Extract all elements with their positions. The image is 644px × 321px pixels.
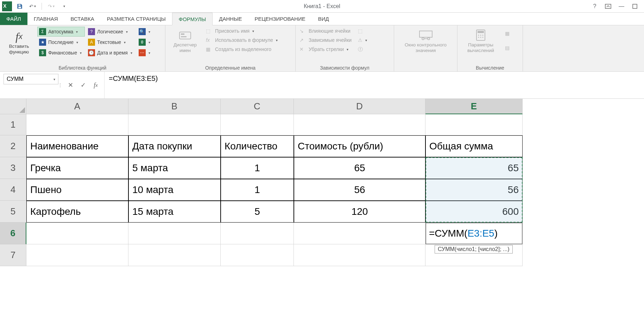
define-name-button[interactable]: ⬚ Присвоить имя▾ <box>204 27 281 35</box>
cell-a7[interactable] <box>26 244 128 266</box>
tab-formulas[interactable]: ФОРМУЛЫ <box>172 13 213 25</box>
remove-arrows-button[interactable]: ✕ Убрать стрелки▾ <box>298 45 355 53</box>
cell-b1[interactable] <box>128 114 221 135</box>
cell-c4[interactable]: 1 <box>221 179 294 201</box>
tab-home[interactable]: ГЛАВНАЯ <box>27 12 64 25</box>
cell-d4[interactable]: 56 <box>294 179 425 201</box>
calculate-now-button[interactable]: ▦ <box>503 29 513 38</box>
cell-d7[interactable] <box>294 244 425 266</box>
cell-a1[interactable] <box>26 114 128 135</box>
cell-b3[interactable]: 5 марта <box>128 157 221 179</box>
cell-b2[interactable]: Дата покупки <box>128 135 221 157</box>
cell-a4[interactable]: Пшено <box>26 179 128 201</box>
accept-formula-button[interactable]: ✓ <box>79 81 87 89</box>
watch-window-button[interactable]: Окно контрольного значения <box>396 27 455 54</box>
cell-c2[interactable]: Количество <box>221 135 294 157</box>
svg-point-7 <box>428 38 430 40</box>
tab-file[interactable]: ФАЙЛ <box>0 12 27 25</box>
cell-c3[interactable]: 1 <box>221 157 294 179</box>
cell-d6[interactable] <box>294 223 425 244</box>
cell-a5[interactable]: Картофель <box>26 201 128 223</box>
math-button[interactable]: θ▾ <box>137 37 153 47</box>
minimize-button[interactable]: — <box>617 2 626 11</box>
row-header-6[interactable]: 6 <box>0 223 26 244</box>
autosum-button[interactable]: Σ Автосумма▾ <box>37 27 85 37</box>
cell-a3[interactable]: Гречка <box>26 157 128 179</box>
create-from-selection-button[interactable]: ▦ Создать из выделенного <box>204 45 281 53</box>
tab-insert[interactable]: ВСТАВКА <box>64 12 101 25</box>
tab-view[interactable]: ВИД <box>312 12 335 25</box>
create-icon: ▦ <box>206 46 213 52</box>
error-check-button[interactable]: ⚠▾ <box>356 36 370 44</box>
maximize-button[interactable] <box>631 2 639 11</box>
remove-arrows-label: Убрать стрелки <box>309 46 344 52</box>
cell-c1[interactable] <box>221 114 294 135</box>
recent-label: Последние <box>48 39 74 45</box>
cell-d5[interactable]: 120 <box>294 201 425 223</box>
calculation-options-button[interactable]: Параметры вычислений <box>460 27 502 54</box>
cell-c5[interactable]: 5 <box>221 201 294 223</box>
tab-data[interactable]: ДАННЫЕ <box>213 12 248 25</box>
row-header-7[interactable]: 7 <box>0 244 26 266</box>
svg-point-11 <box>478 35 479 36</box>
row-header-1[interactable]: 1 <box>0 114 26 135</box>
undo-button[interactable]: ↶▾ <box>27 1 37 11</box>
save-button[interactable] <box>15 1 25 11</box>
logical-button[interactable]: ? Логические▾ <box>86 27 135 37</box>
select-all-corner[interactable] <box>0 99 26 114</box>
tab-pagelayout[interactable]: РАЗМЕТКА СТРАНИЦЫ <box>101 12 172 25</box>
trace-precedents-button[interactable]: ↘ Влияющие ячейки <box>298 27 355 35</box>
trace-dependents-button[interactable]: ↗ Зависимые ячейки <box>298 36 355 44</box>
insert-function-label: Вставить функцию <box>3 44 35 54</box>
svg-point-14 <box>478 37 479 38</box>
cell-e4[interactable]: 56 <box>425 179 523 201</box>
formula-input[interactable]: =СУММ(E3:E5) <box>104 72 644 98</box>
more-functions-button[interactable]: ⋯▾ <box>137 48 153 58</box>
row-header-3[interactable]: 3 <box>0 157 26 179</box>
qat-customize-button[interactable]: ▾ <box>59 1 69 11</box>
evaluate-formula-button[interactable]: ⓕ <box>356 45 370 54</box>
cell-e3[interactable]: 65 <box>425 157 523 179</box>
ribbon-display-button[interactable] <box>604 2 612 11</box>
name-box[interactable]: СУММ ▾ <box>4 74 58 84</box>
active-edit-cell[interactable]: =СУММ(E3:E5) <box>425 223 523 244</box>
cell-b6[interactable] <box>128 223 221 244</box>
column-header-d[interactable]: D <box>294 99 425 114</box>
row-header-4[interactable]: 4 <box>0 179 26 201</box>
cell-b4[interactable]: 10 марта <box>128 179 221 201</box>
cell-a6[interactable] <box>26 223 128 244</box>
text-button[interactable]: A Текстовые▾ <box>86 37 135 47</box>
cell-d2[interactable]: Стоимость (рубли) <box>294 135 425 157</box>
column-header-e[interactable]: E <box>425 99 523 114</box>
insert-function-button[interactable]: fx Вставить функцию <box>2 27 36 58</box>
show-formulas-button[interactable]: ⬚ <box>356 27 370 35</box>
fx-button[interactable]: fx <box>91 81 100 89</box>
name-manager-button[interactable]: Диспетчер имен <box>168 27 203 54</box>
quick-access-toolbar: ↶▾ ↷▾ ▾ <box>0 1 69 11</box>
column-header-b[interactable]: B <box>128 99 221 114</box>
row-header-5[interactable]: 5 <box>0 201 26 223</box>
column-header-a[interactable]: A <box>26 99 128 114</box>
cell-d3[interactable]: 65 <box>294 157 425 179</box>
cell-c6[interactable] <box>221 223 294 244</box>
help-button[interactable]: ? <box>591 2 599 11</box>
financial-button[interactable]: $ Финансовые▾ <box>37 48 85 58</box>
cancel-formula-button[interactable]: ✕ <box>66 81 75 89</box>
use-in-formula-button[interactable]: fx Использовать в формуле▾ <box>204 36 281 44</box>
cell-d1[interactable] <box>294 114 425 135</box>
row-header-2[interactable]: 2 <box>0 135 26 157</box>
column-header-c[interactable]: C <box>221 99 294 114</box>
cell-e2[interactable]: Общая сумма <box>425 135 523 157</box>
cell-a2[interactable]: Наименование <box>26 135 128 157</box>
lookup-button[interactable]: 🔍▾ <box>137 27 153 37</box>
tab-review[interactable]: РЕЦЕНЗИРОВАНИЕ <box>248 12 311 25</box>
cell-b7[interactable] <box>128 244 221 266</box>
cell-e5[interactable]: 600 <box>425 201 523 223</box>
datetime-button[interactable]: 🕒 Дата и время▾ <box>86 48 135 58</box>
cell-e1[interactable] <box>425 114 523 135</box>
cell-b5[interactable]: 15 марта <box>128 201 221 223</box>
recent-functions-button[interactable]: ★ Последние▾ <box>37 37 85 47</box>
cell-c7[interactable] <box>221 244 294 266</box>
calculate-sheet-button[interactable]: ▤ <box>503 44 513 52</box>
financial-icon: $ <box>39 49 46 56</box>
